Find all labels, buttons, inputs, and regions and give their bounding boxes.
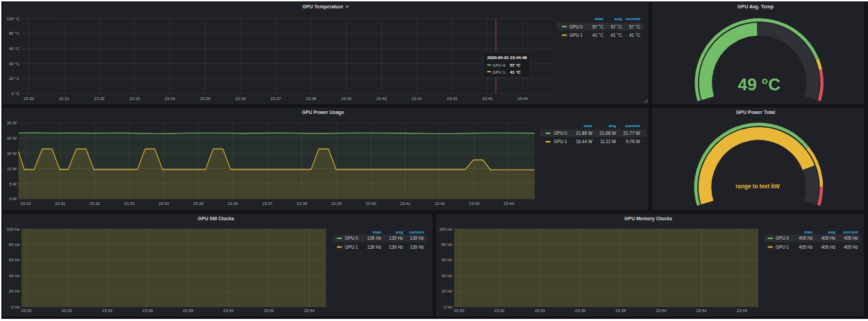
svg-text:139 Hz: 139 Hz <box>367 236 381 240</box>
svg-text:405 Hz: 405 Hz <box>821 236 835 240</box>
svg-text:0 Hz: 0 Hz <box>11 304 19 308</box>
svg-text:23:44: 23:44 <box>503 201 515 206</box>
svg-text:max: max <box>584 123 593 128</box>
svg-text:GPU Avg. Temp: GPU Avg. Temp <box>737 4 774 10</box>
svg-text:21.86 W: 21.86 W <box>576 131 593 135</box>
svg-text:23:40: 23:40 <box>376 97 387 101</box>
svg-text:GPU 1:: GPU 1: <box>492 69 506 74</box>
svg-text:57 °C: 57 °C <box>510 63 521 67</box>
svg-text:23:38: 23:38 <box>306 97 317 101</box>
svg-text:GPU 0: GPU 0 <box>345 236 359 240</box>
svg-text:23:36: 23:36 <box>235 97 247 101</box>
svg-text:23:32: 23:32 <box>62 308 73 313</box>
svg-text:40 Hz: 40 Hz <box>9 273 20 277</box>
svg-text:15 W: 15 W <box>7 151 17 156</box>
svg-text:20 Hz: 20 Hz <box>9 289 20 293</box>
svg-text:41 °C: 41 °C <box>610 33 621 38</box>
svg-text:139 Hz: 139 Hz <box>367 244 381 249</box>
svg-text:23:35: 23:35 <box>200 97 211 101</box>
svg-text:GPU 1: GPU 1 <box>554 139 568 144</box>
svg-text:23:32: 23:32 <box>90 201 101 206</box>
svg-text:23:34: 23:34 <box>165 97 176 101</box>
svg-text:avg: avg <box>608 123 616 128</box>
svg-text:139 Hz: 139 Hz <box>389 236 403 240</box>
svg-text:23:35: 23:35 <box>193 201 204 206</box>
svg-text:2020-05-01 23:44:48: 2020-05-01 23:44:48 <box>487 55 528 60</box>
svg-text:139 Hz: 139 Hz <box>410 236 424 240</box>
svg-text:80 Hz: 80 Hz <box>441 242 452 247</box>
svg-text:23:40: 23:40 <box>365 201 376 206</box>
svg-text:max: max <box>373 229 382 233</box>
svg-text:23:40: 23:40 <box>223 308 234 313</box>
svg-text:23:33: 23:33 <box>124 201 135 206</box>
svg-text:16.44 W: 16.44 W <box>576 139 593 144</box>
svg-text:100 Hz: 100 Hz <box>6 227 19 231</box>
svg-text:23:33: 23:33 <box>129 97 140 101</box>
svg-text:GPU 0: GPU 0 <box>776 236 790 240</box>
svg-text:21.77 W: 21.77 W <box>624 131 641 135</box>
svg-text:23:41: 23:41 <box>400 201 411 206</box>
svg-text:avg: avg <box>828 229 835 233</box>
svg-text:23:31: 23:31 <box>59 97 70 101</box>
svg-text:23:30: 23:30 <box>24 97 35 101</box>
svg-text:11.11 W: 11.11 W <box>600 139 617 144</box>
svg-text:9.76 W: 9.76 W <box>626 139 640 144</box>
svg-text:23:39: 23:39 <box>331 201 342 206</box>
svg-text:0 W: 0 W <box>9 197 17 201</box>
svg-text:5 W: 5 W <box>9 182 17 186</box>
svg-text:23:31: 23:31 <box>55 201 66 206</box>
svg-text:23:30: 23:30 <box>21 308 32 313</box>
svg-text:139 Hz: 139 Hz <box>410 244 424 249</box>
svg-text:range to text kW: range to text kW <box>735 183 780 190</box>
svg-text:current: current <box>626 16 640 21</box>
svg-text:GPU Power Usage: GPU Power Usage <box>301 110 344 115</box>
svg-text:23:42: 23:42 <box>696 308 707 313</box>
svg-text:23:44: 23:44 <box>304 308 315 313</box>
svg-text:23:37: 23:37 <box>271 97 282 101</box>
svg-text:10 W: 10 W <box>7 167 17 171</box>
svg-text:405 Hz: 405 Hz <box>799 236 812 240</box>
svg-text:23:36: 23:36 <box>228 201 239 206</box>
svg-text:21.68 W: 21.68 W <box>599 131 617 135</box>
svg-text:23:44: 23:44 <box>736 308 747 313</box>
svg-text:avg: avg <box>615 16 622 21</box>
svg-text:405 Hz: 405 Hz <box>799 244 812 249</box>
svg-text:23:37: 23:37 <box>262 201 273 206</box>
svg-text:23:40: 23:40 <box>656 308 667 313</box>
svg-text:GPU Temperature: GPU Temperature <box>303 4 344 10</box>
svg-text:current: current <box>409 229 424 233</box>
svg-text:41 °C: 41 °C <box>629 33 640 38</box>
svg-text:100 °C: 100 °C <box>7 17 20 21</box>
svg-text:max: max <box>595 16 604 21</box>
svg-text:current: current <box>625 123 640 128</box>
svg-text:23:43: 23:43 <box>482 97 493 101</box>
svg-text:GPU 0: GPU 0 <box>554 131 568 135</box>
svg-text:405 Hz: 405 Hz <box>844 236 858 240</box>
svg-text:41 °C: 41 °C <box>592 33 603 38</box>
svg-text:GPU 1: GPU 1 <box>776 244 790 249</box>
svg-text:23:36: 23:36 <box>575 308 586 313</box>
svg-text:0 Hz: 0 Hz <box>444 304 452 308</box>
svg-text:41 °C: 41 °C <box>510 69 521 74</box>
svg-text:GPU 1: GPU 1 <box>345 244 359 249</box>
svg-text:20 °C: 20 °C <box>9 76 20 81</box>
svg-text:23:44: 23:44 <box>517 97 528 101</box>
svg-text:405 Hz: 405 Hz <box>821 244 835 249</box>
svg-text:max: max <box>804 229 813 233</box>
svg-text:57 °C: 57 °C <box>610 24 621 29</box>
svg-text:80 Hz: 80 Hz <box>9 242 20 247</box>
svg-text:23:38: 23:38 <box>183 308 194 313</box>
svg-text:25 W: 25 W <box>7 121 17 125</box>
svg-text:57 °C: 57 °C <box>592 24 603 29</box>
svg-text:GPU 0: GPU 0 <box>569 24 583 29</box>
svg-text:23:30: 23:30 <box>453 308 465 313</box>
svg-text:23:43: 23:43 <box>469 201 481 206</box>
svg-text:100 Hz: 100 Hz <box>439 227 452 231</box>
svg-text:GPU Memory Clocks: GPU Memory Clocks <box>624 216 672 222</box>
svg-text:23:42: 23:42 <box>435 201 446 206</box>
svg-text:23:38: 23:38 <box>297 201 308 206</box>
svg-text:23:42: 23:42 <box>447 97 458 101</box>
svg-text:23:30: 23:30 <box>20 201 31 206</box>
svg-text:GPU 1: GPU 1 <box>569 33 583 38</box>
svg-text:20 Hz: 20 Hz <box>441 289 452 293</box>
